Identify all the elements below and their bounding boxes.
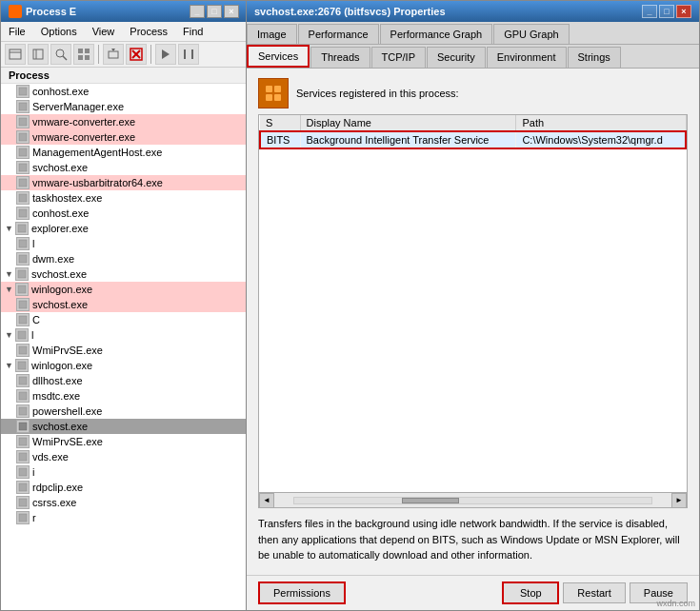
col-header-path[interactable]: Path: [516, 115, 686, 131]
list-item[interactable]: taskhostex.exe: [1, 190, 247, 206]
maximize-button[interactable]: □: [207, 5, 222, 18]
list-item[interactable]: i: [1, 464, 247, 480]
services-table-container[interactable]: S Display Name Path BITS Background Inte…: [258, 114, 688, 493]
toolbar-btn-3[interactable]: [50, 44, 71, 65]
scroll-right-btn[interactable]: ►: [671, 493, 687, 508]
close-btn[interactable]: ×: [676, 5, 691, 18]
process-list[interactable]: conhost.exe ServerManager.exe vmware-con…: [1, 84, 247, 610]
cell-path: C:\Windows\System32\qmgr.d: [516, 131, 686, 148]
svg-rect-2: [33, 49, 43, 59]
list-item[interactable]: vds.exe: [1, 449, 247, 464]
toolbar-btn-7[interactable]: [155, 44, 176, 65]
process-name: rdpclip.exe: [32, 482, 83, 493]
tab-environment[interactable]: Environment: [487, 47, 567, 68]
process-icon: [16, 191, 30, 205]
list-item[interactable]: dllhost.exe: [1, 373, 247, 388]
toolbar-separator-2: [150, 45, 151, 64]
process-icon: [16, 481, 30, 494]
col-header-display-name[interactable]: Display Name: [300, 115, 516, 131]
svg-rect-27: [18, 225, 26, 232]
list-item[interactable]: ▼ winlogon.exe: [1, 358, 247, 373]
menu-options[interactable]: Options: [37, 24, 81, 39]
svg-rect-22: [19, 148, 27, 156]
list-item[interactable]: svchost.exe: [1, 297, 247, 312]
list-item[interactable]: C: [1, 312, 247, 327]
minimize-button[interactable]: _: [190, 5, 205, 18]
process-name: winlogon.exe: [31, 284, 92, 295]
permissions-button[interactable]: Permissions: [258, 581, 346, 604]
list-item[interactable]: ▼ l: [1, 327, 247, 343]
svg-rect-26: [19, 209, 27, 217]
process-name: winlogon.exe: [31, 360, 92, 371]
menu-file[interactable]: File: [5, 24, 30, 39]
properties-window-controls: _ □ ×: [642, 5, 691, 18]
tab-security[interactable]: Security: [427, 47, 486, 68]
toolbar: [1, 42, 247, 68]
menu-find[interactable]: Find: [179, 24, 207, 39]
process-explorer-window: Process E _ □ × File Options View Proces…: [0, 0, 248, 611]
tab-performance[interactable]: Performance: [298, 24, 379, 44]
maximize-btn[interactable]: □: [659, 5, 674, 18]
toolbar-btn-1[interactable]: [5, 44, 26, 65]
tab-tcp-ip[interactable]: TCP/IP: [371, 47, 426, 68]
process-name: vds.exe: [32, 451, 69, 463]
process-name: svchost.exe: [32, 421, 88, 432]
restart-button[interactable]: Restart: [563, 582, 625, 603]
list-item[interactable]: dwm.exe: [1, 251, 247, 266]
expand-icon: ▼: [5, 269, 14, 279]
list-item[interactable]: vmware-converter.exe: [1, 129, 247, 145]
svg-rect-37: [19, 377, 27, 384]
toolbar-btn-6[interactable]: [126, 44, 147, 65]
list-item[interactable]: conhost.exe: [1, 206, 247, 221]
tab-threads[interactable]: Threads: [310, 47, 370, 68]
list-item[interactable]: ▼ explorer.exe: [1, 221, 247, 236]
scroll-track[interactable]: [293, 497, 652, 504]
svg-rect-33: [19, 316, 27, 324]
list-item[interactable]: ▼ winlogon.exe: [1, 282, 247, 297]
close-button[interactable]: ×: [224, 5, 239, 18]
list-item[interactable]: vmware-converter.exe: [1, 114, 247, 129]
process-name: csrss.exe: [32, 497, 76, 508]
list-item[interactable]: powershell.exe: [1, 404, 247, 419]
svg-point-4: [56, 49, 64, 57]
tab-gpu-graph[interactable]: GPU Graph: [493, 24, 569, 44]
list-item[interactable]: rdpclip.exe: [1, 480, 247, 495]
list-item[interactable]: vmware-usbarbitrator64.exe: [1, 175, 247, 190]
stop-button[interactable]: Stop: [502, 581, 559, 604]
toolbar-btn-4[interactable]: [73, 44, 94, 65]
menu-process[interactable]: Process: [126, 24, 171, 39]
list-item[interactable]: svchost.exe: [1, 160, 247, 175]
list-item[interactable]: conhost.exe: [1, 84, 247, 99]
tab-strings[interactable]: Strings: [568, 47, 621, 68]
scroll-thumb[interactable]: [402, 498, 459, 503]
menu-view[interactable]: View: [89, 24, 119, 39]
list-item[interactable]: WmiPrvSE.exe: [1, 434, 247, 449]
list-item[interactable]: csrss.exe: [1, 495, 247, 510]
list-item[interactable]: ManagementAgentHost.exe: [1, 145, 247, 160]
scroll-left-btn[interactable]: ◄: [259, 493, 274, 508]
list-item[interactable]: msdtc.exe: [1, 388, 247, 404]
svg-rect-20: [19, 118, 27, 126]
tab-services[interactable]: Services: [247, 45, 310, 68]
list-item[interactable]: ▼ svchost.exe: [1, 266, 247, 282]
svg-rect-34: [18, 331, 26, 339]
svg-rect-40: [19, 423, 27, 430]
list-item[interactable]: l: [1, 236, 247, 251]
toolbar-btn-5[interactable]: [103, 44, 124, 65]
tab-image[interactable]: Image: [247, 24, 297, 44]
list-item[interactable]: ServerManager.exe: [1, 99, 247, 114]
minimize-btn[interactable]: _: [642, 5, 657, 18]
process-name: r: [32, 512, 36, 523]
toolbar-btn-2[interactable]: [28, 44, 49, 65]
list-item[interactable]: WmiPrvSE.exe: [1, 343, 247, 358]
svg-rect-21: [19, 133, 27, 141]
table-row[interactable]: BITS Background Intelligent Transfer Ser…: [260, 131, 686, 148]
services-icon: [258, 78, 289, 108]
process-icon: [16, 435, 30, 448]
col-header-s[interactable]: S: [260, 115, 300, 131]
toolbar-btn-8[interactable]: [178, 44, 199, 65]
list-item-selected[interactable]: svchost.exe: [1, 419, 247, 434]
tab-performance-graph[interactable]: Performance Graph: [380, 24, 493, 44]
list-item[interactable]: r: [1, 510, 247, 525]
horizontal-scrollbar[interactable]: ◄ ►: [258, 493, 688, 508]
